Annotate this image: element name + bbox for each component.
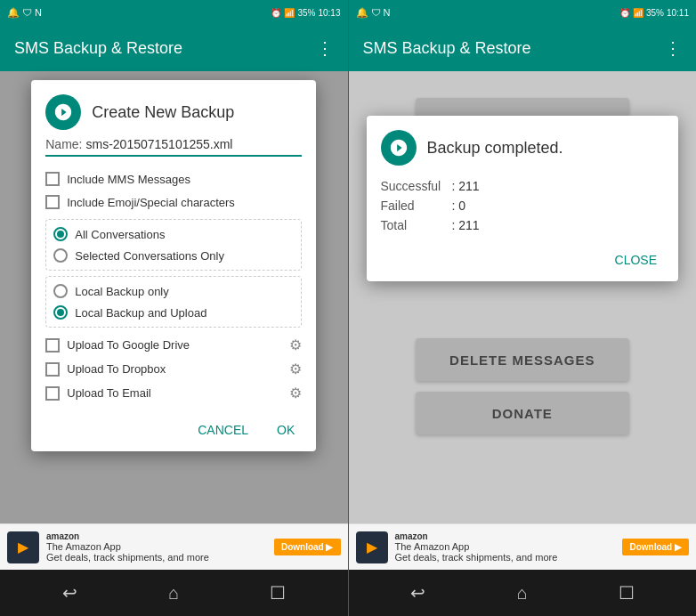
nav-bar-right: ↩ ⌂ ☐	[349, 570, 697, 616]
backup-dialog-actions: CLOSE	[367, 242, 679, 281]
email-settings-icon[interactable]: ⚙	[289, 385, 302, 401]
name-value: sms-20150715101255.xml	[85, 137, 232, 151]
donate-button[interactable]: DONATE	[416, 392, 629, 434]
amazon-icon-right: ▶	[356, 531, 388, 563]
signal-icon: 📶	[284, 8, 295, 18]
upload-dropbox-row[interactable]: Upload To Dropbox ⚙	[45, 357, 302, 381]
include-mms-checkbox[interactable]	[45, 172, 60, 186]
recents-button-right[interactable]: ☐	[609, 575, 644, 611]
ad-download-left[interactable]: Download ▶	[274, 539, 341, 555]
app-title-left: SMS Backup & Restore	[14, 39, 316, 58]
ad-download-right[interactable]: Download ▶	[622, 539, 689, 555]
time-left: 10:13	[318, 8, 340, 18]
local-upload-label: Local Backup and Upload	[75, 306, 206, 320]
main-content-left: Create New Backup Name: sms-201507151012…	[0, 71, 348, 523]
menu-icon-right[interactable]: ⋮	[664, 37, 682, 59]
home-button-right[interactable]: ⌂	[505, 575, 540, 611]
backup-dialog-body: Successful : 211 Failed : 0 Total : 211	[367, 176, 679, 242]
local-backup-label: Local Backup only	[75, 285, 169, 298]
selected-conversations-row[interactable]: Selected Conversations Only	[53, 245, 294, 266]
app-bar-right: SMS Backup & Restore ⋮	[349, 25, 697, 71]
ad-text-left: amazon The Amazon App Get deals, track s…	[46, 531, 267, 563]
signal-icon-right: 📶	[633, 8, 643, 18]
nav-bar-left: ↩ ⌂ ☐	[0, 570, 348, 616]
backup-icon	[45, 94, 81, 130]
back-button-left[interactable]: ↩	[52, 575, 87, 611]
upload-gdrive-label: Upload To Google Drive	[67, 338, 190, 352]
dropbox-settings-icon[interactable]: ⚙	[289, 361, 302, 377]
notification-icon-right: 🔔	[356, 7, 368, 19]
include-mms-row[interactable]: Include MMS Messages	[45, 167, 302, 190]
ok-button[interactable]: OK	[270, 419, 302, 441]
stat-total-value: : 211	[452, 218, 480, 232]
ad-title-left: The Amazon App	[46, 541, 267, 552]
home-button-left[interactable]: ⌂	[156, 575, 191, 611]
ad-subtitle-right: Get deals, track shipments, and more	[395, 552, 616, 563]
stat-successful: Successful : 211	[381, 176, 665, 196]
local-upload-radio[interactable]	[53, 305, 68, 320]
upload-gdrive-checkbox[interactable]	[45, 338, 60, 353]
app-title-right: SMS Backup & Restore	[363, 39, 665, 58]
upload-email-checkbox[interactable]	[45, 386, 60, 401]
ad-bar-left[interactable]: ▶ amazon The Amazon App Get deals, track…	[0, 523, 348, 570]
upload-gdrive-row[interactable]: Upload To Google Drive ⚙	[45, 333, 302, 357]
upload-email-row[interactable]: Upload To Email ⚙	[45, 381, 302, 405]
selected-conversations-radio[interactable]	[53, 248, 68, 263]
status-right: ⏰ 📶 35% 10:13	[271, 8, 340, 18]
shield-icon: 🛡	[22, 7, 32, 18]
dialog-actions: CANCEL OK	[31, 412, 316, 451]
dialog-title: Create New Backup	[92, 103, 234, 122]
all-conversations-row[interactable]: All Conversations	[53, 223, 294, 245]
clock-icon: ⏰	[271, 8, 281, 18]
status-icons-right: 🔔 🛡 N	[356, 7, 391, 19]
menu-icon-left[interactable]: ⋮	[316, 37, 334, 59]
ad-title-right: The Amazon App	[395, 541, 616, 552]
upload-email-label: Upload To Email	[67, 386, 150, 400]
backup-dialog-header: Backup completed.	[367, 116, 679, 176]
local-backup-row[interactable]: Local Backup only	[53, 280, 294, 302]
recents-button-left[interactable]: ☐	[260, 575, 295, 611]
name-row: Name: sms-20150715101255.xml	[45, 137, 302, 157]
gdrive-settings-icon[interactable]: ⚙	[289, 336, 302, 353]
status-bar-right: 🔔 🛡 N ⏰ 📶 35% 10:11	[349, 0, 697, 25]
include-emoji-checkbox[interactable]	[45, 195, 60, 209]
clock-icon-right: ⏰	[619, 8, 630, 18]
ad-text-right: amazon The Amazon App Get deals, track s…	[395, 531, 616, 563]
selected-conversations-label: Selected Conversations Only	[75, 249, 224, 263]
ad-brand-left: amazon	[46, 531, 267, 541]
app-bar-left: SMS Backup & Restore ⋮	[0, 25, 348, 71]
back-button-right[interactable]: ↩	[401, 575, 436, 611]
time-right: 10:11	[667, 8, 689, 18]
include-mms-label: Include MMS Messages	[67, 173, 190, 186]
wifi-icon-right: N	[384, 7, 391, 18]
status-bar-left: 🔔 🛡 N ⏰ 📶 35% 10:13	[0, 0, 348, 25]
amazon-icon-left: ▶	[7, 531, 39, 563]
ad-brand-right: amazon	[395, 531, 616, 541]
include-emoji-row[interactable]: Include Emoji/Special characters	[45, 190, 302, 214]
include-emoji-label: Include Emoji/Special characters	[67, 196, 235, 209]
dialog-backdrop: Create New Backup Name: sms-201507151012…	[0, 71, 348, 523]
stat-successful-value: : 211	[452, 179, 480, 193]
backup-complete-icon	[381, 130, 417, 166]
all-conversations-label: All Conversations	[75, 228, 165, 241]
battery-text: 35%	[297, 8, 315, 18]
conversation-radio-group: All Conversations Selected Conversations…	[45, 219, 302, 271]
cancel-button[interactable]: CANCEL	[190, 419, 255, 441]
notification-icon: 🔔	[7, 7, 20, 19]
upload-dropbox-checkbox[interactable]	[45, 362, 60, 377]
shield-icon-right: 🛡	[371, 7, 381, 18]
ad-subtitle-left: Get deals, track shipments, and more	[46, 552, 267, 563]
close-button[interactable]: CLOSE	[608, 249, 664, 271]
ad-bar-right[interactable]: ▶ amazon The Amazon App Get deals, track…	[349, 523, 697, 570]
all-conversations-radio[interactable]	[53, 227, 68, 241]
local-backup-radio[interactable]	[53, 284, 68, 298]
stat-successful-label: Successful	[381, 179, 452, 193]
left-phone-panel: 🔔 🛡 N ⏰ 📶 35% 10:13 SMS Backup & Restore…	[0, 0, 348, 616]
backup-dialog-title: Backup completed.	[427, 139, 563, 158]
stat-total: Total : 211	[381, 215, 665, 235]
local-upload-row[interactable]: Local Backup and Upload	[53, 302, 294, 323]
name-label: Name:	[45, 137, 82, 151]
dialog-header: Create New Backup	[31, 80, 316, 137]
delete-messages-button[interactable]: DELETE MESSAGES	[416, 338, 629, 381]
status-right-right: ⏰ 📶 35% 10:11	[619, 8, 689, 18]
